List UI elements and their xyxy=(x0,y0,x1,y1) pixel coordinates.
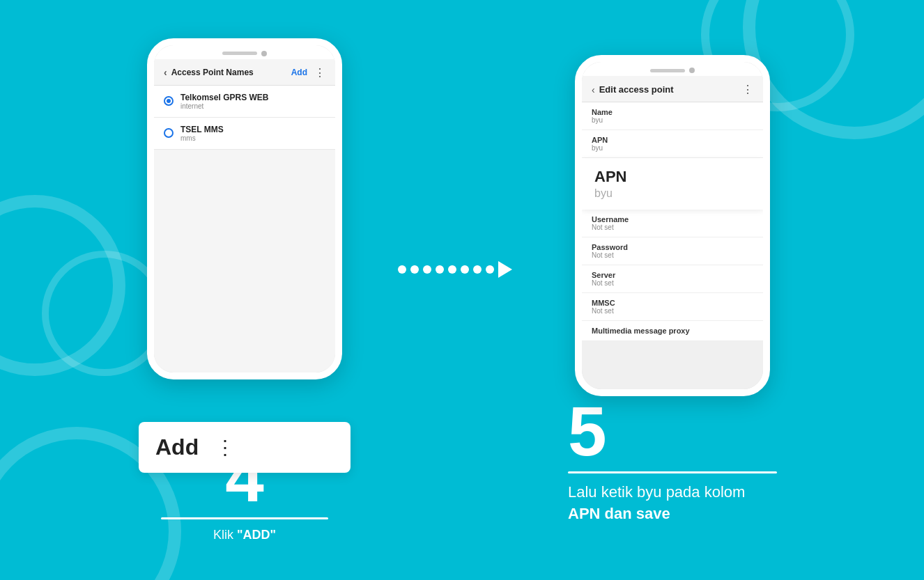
main-content: ‹ Access Point Names Add ⋮ Telkomsel GPR… xyxy=(0,0,924,580)
arrow-dot-7 xyxy=(473,265,482,274)
arrow-dot-8 xyxy=(486,265,494,274)
phone1-top-bar xyxy=(154,45,335,59)
phone2-top-bar xyxy=(582,62,763,76)
field-name[interactable]: Name byu xyxy=(582,102,763,130)
phone1-camera xyxy=(261,51,267,56)
radio-unselected xyxy=(164,128,174,138)
field-mms-proxy[interactable]: Multimedia message proxy xyxy=(582,321,763,341)
add-button-label[interactable]: Add xyxy=(291,68,307,77)
phone2-back-icon: ‹ xyxy=(592,84,595,95)
step5-label-line2: APN dan save xyxy=(568,503,745,525)
arrow-head xyxy=(498,261,512,278)
highlight-add-label[interactable]: Add xyxy=(155,434,199,460)
highlight-menu-icon[interactable]: ⋮ xyxy=(215,436,236,459)
field-server[interactable]: Server Not set xyxy=(582,265,763,293)
arrow-dot-2 xyxy=(410,265,419,274)
step5-divider xyxy=(568,471,777,473)
arrow-dot-4 xyxy=(436,265,444,274)
field-mmsc[interactable]: MMSC Not set xyxy=(582,293,763,321)
apn-item-2-text: TSEL MMS mms xyxy=(180,125,224,142)
arrow-dot-3 xyxy=(423,265,431,274)
field-mms-proxy-label: Multimedia message proxy xyxy=(592,327,753,335)
step5-number: 5 xyxy=(568,396,607,466)
step4-label-bold: "ADD" xyxy=(237,528,276,542)
phone1-header-left: ‹ Access Point Names xyxy=(164,67,254,78)
apn-expanded-panel[interactable]: APN byu xyxy=(582,158,763,210)
field-password[interactable]: Password Not set xyxy=(582,237,763,265)
phone1-speaker xyxy=(222,52,257,55)
radio-selected xyxy=(164,96,174,106)
field-server-label: Server xyxy=(592,271,753,279)
step5-wrapper: ‹ Edit access point ⋮ Name byu APN byu A… xyxy=(568,55,777,525)
apn-title: Access Point Names xyxy=(171,68,254,77)
phone1-screen: ‹ Access Point Names Add ⋮ Telkomsel GPR… xyxy=(154,59,335,373)
apn-expanded-label: APN xyxy=(594,168,750,186)
edit-ap-title: Edit access point xyxy=(599,84,674,95)
field-apn-value: byu xyxy=(592,144,753,152)
phone2-speaker xyxy=(650,69,685,72)
phone2-menu-icon[interactable]: ⋮ xyxy=(742,83,753,96)
field-apn-label: APN xyxy=(592,136,753,144)
arrow-dot-1 xyxy=(398,265,406,274)
arrow-container xyxy=(398,261,512,278)
phone1-header: ‹ Access Point Names Add ⋮ xyxy=(154,59,335,86)
arrow-dot-5 xyxy=(448,265,456,274)
field-name-value: byu xyxy=(592,116,753,124)
step4-divider xyxy=(161,517,328,519)
field-username-label: Username xyxy=(592,215,753,224)
phone2-header: ‹ Edit access point ⋮ xyxy=(582,76,763,102)
apn-item-1[interactable]: Telkomsel GPRS WEB internet xyxy=(154,86,335,118)
apn-item-2-name: TSEL MMS xyxy=(180,125,224,134)
field-server-value: Not set xyxy=(592,279,753,287)
apn-item-2-sub: mms xyxy=(180,134,224,142)
field-mmsc-value: Not set xyxy=(592,307,753,315)
apn-item-1-text: Telkomsel GPRS WEB internet xyxy=(180,93,268,110)
step5-label-line1: Lalu ketik byu pada kolom xyxy=(568,482,745,503)
field-username-value: Not set xyxy=(592,224,753,231)
step4-wrapper: ‹ Access Point Names Add ⋮ Telkomsel GPR… xyxy=(147,38,342,542)
field-password-label: Password xyxy=(592,243,753,251)
apn-item-1-name: Telkomsel GPRS WEB xyxy=(180,93,268,102)
step4-label-text: Klik xyxy=(213,528,237,542)
apn-item-2[interactable]: TSEL MMS mms xyxy=(154,118,335,150)
back-icon: ‹ xyxy=(164,67,167,78)
highlight-bar: Add ⋮ xyxy=(139,422,351,473)
arrow-dot-6 xyxy=(461,265,469,274)
phone2-camera xyxy=(689,68,695,73)
phone2-screen: ‹ Edit access point ⋮ Name byu APN byu A… xyxy=(582,76,763,389)
field-username[interactable]: Username Not set xyxy=(582,210,763,237)
apn-item-1-sub: internet xyxy=(180,102,268,110)
step5-label: Lalu ketik byu pada kolom APN dan save xyxy=(568,482,745,525)
phone1: ‹ Access Point Names Add ⋮ Telkomsel GPR… xyxy=(147,38,342,379)
step4-label: Klik "ADD" xyxy=(213,528,276,542)
field-apn[interactable]: APN byu xyxy=(582,130,763,158)
field-mmsc-label: MMSC xyxy=(592,299,753,307)
field-name-label: Name xyxy=(592,108,753,116)
field-password-value: Not set xyxy=(592,251,753,259)
apn-expanded-value: byu xyxy=(594,187,750,200)
phone2: ‹ Edit access point ⋮ Name byu APN byu A… xyxy=(575,55,770,396)
menu-icon[interactable]: ⋮ xyxy=(314,66,325,79)
phone1-header-actions: Add ⋮ xyxy=(291,66,325,79)
